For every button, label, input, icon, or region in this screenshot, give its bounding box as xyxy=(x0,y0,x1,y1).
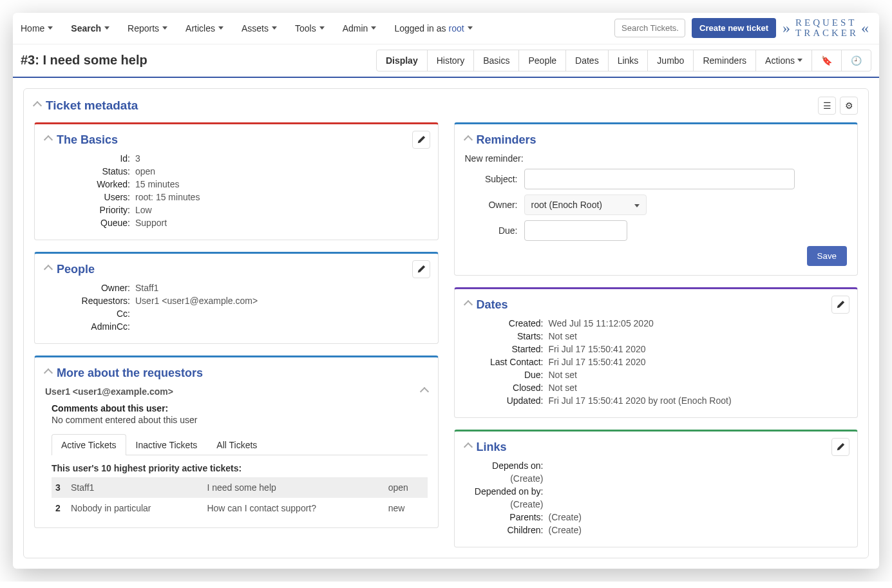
edit-links-button[interactable] xyxy=(831,438,849,456)
requestors-card: More about the requestors User1 <user1@e… xyxy=(34,356,439,528)
table-row[interactable]: 3Staff1I need some helpopen xyxy=(52,477,428,498)
links-row: Depended on by: xyxy=(465,486,848,497)
field-label: Last Contact: xyxy=(465,357,549,367)
requestor-user-toggle[interactable]: User1 <user1@example.com> xyxy=(45,386,428,397)
create-link[interactable]: (Create) xyxy=(549,512,582,522)
gear-icon: ⚙ xyxy=(845,100,853,111)
tickets-table-title: This user's 10 highest priority active t… xyxy=(52,463,428,473)
chevron-down-icon xyxy=(162,26,167,30)
field-label: Id: xyxy=(45,153,135,164)
chevron-down-icon xyxy=(468,26,473,30)
create-link[interactable]: (Create) xyxy=(510,473,543,484)
tab-basics[interactable]: Basics xyxy=(474,50,519,71)
field-value: open xyxy=(135,166,428,176)
people-row: Requestors:User1 <user1@example.com> xyxy=(45,296,428,306)
nav-admin[interactable]: Admin xyxy=(343,23,377,33)
tab-dates[interactable]: Dates xyxy=(566,50,609,71)
field-value: 3 xyxy=(135,153,428,164)
basics-row: Users:root: 15 minutes xyxy=(45,192,428,202)
ticket-metadata-panel: Ticket metadata ☰ ⚙ The Basics Id:3Statu… xyxy=(23,88,869,558)
nav-logged-in[interactable]: Logged in as root xyxy=(394,23,472,33)
chevron-down-icon xyxy=(218,26,223,30)
links-title[interactable]: Links xyxy=(465,441,848,454)
field-label: Created: xyxy=(465,318,549,328)
field-label: Parents: xyxy=(465,512,549,522)
field-label: Queue: xyxy=(45,218,135,228)
left-column: The Basics Id:3Status:openWorked:15 minu… xyxy=(34,122,439,547)
tab-active-tickets[interactable]: Active Tickets xyxy=(52,434,126,455)
field-label: Due: xyxy=(465,370,549,380)
chevron-left-icon: « xyxy=(861,20,871,36)
reminder-owner-select[interactable]: root (Enoch Root) xyxy=(524,194,647,215)
create-link[interactable]: (Create) xyxy=(510,499,543,509)
logo: » REQUESTTRACKER « xyxy=(783,18,871,39)
pencil-icon xyxy=(417,265,426,274)
nav-assets[interactable]: Assets xyxy=(242,23,277,33)
basics-row: Priority:Low xyxy=(45,205,428,215)
nav-right: Create new ticket » REQUESTTRACKER « xyxy=(614,18,871,39)
top-nav: Home Search Reports Articles Assets Tool… xyxy=(13,13,879,44)
tab-actions[interactable]: Actions xyxy=(756,50,812,71)
field-label: Requestors: xyxy=(45,296,135,306)
field-value: Staff1 xyxy=(135,283,428,293)
dates-title[interactable]: Dates xyxy=(465,298,848,312)
tab-people[interactable]: People xyxy=(519,50,566,71)
chevron-down-icon xyxy=(319,26,325,30)
create-ticket-button[interactable]: Create new ticket xyxy=(692,18,776,38)
field-value: Fri Jul 17 15:50:41 2020 by root (Enoch … xyxy=(549,395,848,406)
table-row[interactable]: 2Nobody in particularHow can I contact s… xyxy=(52,498,428,518)
nav-search[interactable]: Search xyxy=(71,23,109,33)
nav-articles[interactable]: Articles xyxy=(185,23,223,33)
nav-reports[interactable]: Reports xyxy=(128,23,167,33)
field-value: Not set xyxy=(549,370,848,380)
reminder-due-input[interactable] xyxy=(524,220,627,241)
edit-people-button[interactable] xyxy=(412,260,430,278)
tab-all-tickets[interactable]: All Tickets xyxy=(207,434,267,455)
nav-tools[interactable]: Tools xyxy=(295,23,325,33)
reminders-title[interactable]: Reminders xyxy=(465,133,848,147)
edit-basics-button[interactable] xyxy=(412,131,430,149)
dates-row: Created:Wed Jul 15 11:12:05 2020 xyxy=(465,318,848,328)
tab-reminders[interactable]: Reminders xyxy=(694,50,756,71)
settings-button[interactable]: ⚙ xyxy=(840,97,858,115)
people-title[interactable]: People xyxy=(45,263,428,276)
people-card: People Owner:Staff1Requestors:User1 <use… xyxy=(34,252,439,344)
pencil-icon xyxy=(836,300,845,309)
metadata-title[interactable]: Ticket metadata xyxy=(34,99,818,113)
field-label: Depends on: xyxy=(465,460,549,471)
basics-row: Id:3 xyxy=(45,153,428,164)
dates-row: Started:Fri Jul 17 15:50:41 2020 xyxy=(465,344,848,354)
requestors-title[interactable]: More about the requestors xyxy=(45,366,428,380)
save-button[interactable]: Save xyxy=(807,246,847,266)
reminder-subject-input[interactable] xyxy=(524,169,795,189)
field-label: Starts: xyxy=(465,331,549,341)
chevron-down-icon xyxy=(48,26,53,30)
edit-dates-button[interactable] xyxy=(831,296,849,314)
chevron-down-icon xyxy=(104,26,109,30)
tab-links[interactable]: Links xyxy=(609,50,649,71)
basics-title[interactable]: The Basics xyxy=(45,133,428,147)
tab-inactive-tickets[interactable]: Inactive Tickets xyxy=(126,434,207,455)
field-label: Closed: xyxy=(465,383,549,393)
field-label: Worked: xyxy=(45,179,135,189)
tab-display[interactable]: Display xyxy=(377,50,428,71)
tickets-table: 3Staff1I need some helpopen2Nobody in pa… xyxy=(52,477,428,518)
basics-row: Queue:Support xyxy=(45,218,428,228)
ticket-status: new xyxy=(384,498,428,518)
search-input[interactable] xyxy=(614,19,685,37)
field-label: Depended on by: xyxy=(465,486,549,497)
ticket-id: 2 xyxy=(52,498,67,518)
field-value: Fri Jul 17 15:50:41 2020 xyxy=(549,344,848,354)
tab-history[interactable]: History xyxy=(428,50,475,71)
right-column: Reminders New reminder: Subject: Owner:r… xyxy=(454,122,859,547)
tab-jumbo[interactable]: Jumbo xyxy=(648,50,694,71)
chevron-down-icon xyxy=(797,59,802,62)
field-label: Started: xyxy=(465,344,549,354)
timer-button[interactable]: 🕘 xyxy=(842,50,871,71)
field-label: Priority: xyxy=(45,205,135,215)
list-view-button[interactable]: ☰ xyxy=(818,97,836,115)
nav-home[interactable]: Home xyxy=(21,23,53,33)
bookmark-button[interactable]: 🔖 xyxy=(812,50,842,71)
links-row: Children:(Create) xyxy=(465,525,848,535)
create-link[interactable]: (Create) xyxy=(549,525,582,535)
